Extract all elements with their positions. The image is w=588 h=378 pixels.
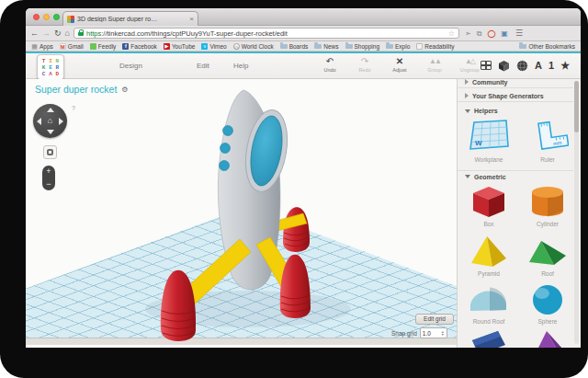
cone-shape-icon [526,329,569,348]
rocket-left-boot[interactable] [161,270,196,341]
bookmark-gmail[interactable]: MGmail [60,43,84,50]
tinkercad-logo[interactable]: TIN KER CAD [37,54,64,80]
scrollbar-thumb[interactable] [574,81,579,132]
menu-help[interactable]: Help [233,62,248,70]
group-icon: ▲▲ [423,56,447,66]
zoom-out-button[interactable]: − [46,180,51,189]
home-view-icon[interactable]: ⌂ [33,116,67,125]
extension-icon-4[interactable]: ▣ [501,29,508,38]
workplane-icon: W [468,118,510,155]
chrome-menu-icon[interactable]: ☰ [515,29,523,38]
shape-item-partial-2[interactable] [524,329,571,348]
shape-item-round-roof[interactable]: Round Roof [465,281,513,325]
design-title[interactable]: Super duper rocket [35,84,117,95]
address-bar[interactable]: https://tinkercad.com/things/cptPUuy9YuT… [74,28,459,39]
box-shape-icon [468,184,510,219]
edit-grid-button[interactable]: Edit grid [415,314,454,325]
home-button[interactable]: ⌂ [65,29,70,38]
sidebar-scrollbar[interactable] [574,81,579,344]
redo-icon: ↷ [353,56,377,66]
facebook-icon: f [122,43,129,50]
ungroup-button[interactable]: ▲△Ungroup [458,56,481,73]
reload-button[interactable]: ↻ [54,29,62,38]
other-bookmarks[interactable]: Other Bookmarks [519,43,575,50]
traffic-lights [33,14,60,20]
zoom-control: + − [42,166,55,190]
zoom-in-button[interactable]: + [46,167,51,176]
ssl-lock-icon [78,32,84,37]
snap-grid-label: Snap grid [391,330,417,337]
bookmark-star-icon[interactable]: ☆ [448,29,455,38]
group-button[interactable]: ▲▲Group [423,56,447,73]
ungroup-icon: ▲△ [458,56,481,66]
folder-icon [345,44,353,50]
section-helpers[interactable]: Helpers [458,105,573,117]
fit-view-button[interactable] [43,145,57,159]
tab-close-icon[interactable]: × [189,16,194,23]
bookmark-vimeo[interactable]: vVimeo [201,43,226,50]
browser-tab[interactable]: 3D design Super duper ro… × [62,11,198,26]
app-body: Super duper rocket ⚙ [26,79,581,348]
svg-text:W: W [475,139,482,147]
wedge-shape-icon [468,329,510,348]
section-your-shape-generators[interactable]: Your Shape Generators [458,90,573,102]
bookmark-folder-boards[interactable]: Boards [280,43,309,50]
rocket-back-boot[interactable] [283,207,310,252]
menu-design[interactable]: Design [119,62,142,70]
rotate-up-icon[interactable] [47,108,54,112]
shape-item-pyramid[interactable]: Pyramid [465,234,513,277]
bookmark-youtube[interactable]: ▶YouTube [164,43,196,50]
bookmark-folder-explo[interactable]: Explo [386,43,410,50]
bookmark-folder-shopping[interactable]: Shopping [345,43,379,50]
undo-button[interactable]: ↶Undo [318,56,342,73]
bookmark-facebook[interactable]: fFacebook [122,43,157,50]
shape-item-ruler[interactable]: mm Ruler [524,118,571,163]
favorites-star-icon[interactable]: ★ [560,59,570,72]
tinkercad-app: TIN KER CAD Design Edit Help ↶Undo ↷Redo… [26,52,581,348]
redo-button[interactable]: ↷Redo [353,56,377,73]
youtube-icon: ▶ [164,43,170,50]
design-settings-gear-icon[interactable]: ⚙ [121,86,128,94]
chevron-down-icon [465,175,470,178]
shape-item-partial-1[interactable] [465,329,513,348]
shape-item-workplane[interactable]: W Workplane [465,118,513,163]
browser-window: 3D design Super duper ro… × ← → ↻ ⌂ http… [26,8,581,348]
browser-toolbar: ← → ↻ ⌂ https://tinkercad.com/things/cpt… [26,26,581,41]
menu-edit[interactable]: Edit [197,62,209,70]
extension-icon-3[interactable]: ◯ [487,29,495,38]
shape-item-box[interactable]: Box [465,184,513,227]
numbers-library-icon[interactable]: 1 [548,59,554,72]
url-rest: ://tinkercad.com/things/cptPUuy9YuT-supe… [101,29,288,38]
snap-grid-select[interactable]: 1.0 ▲▼ [420,327,447,338]
shape-item-roof[interactable]: Roof [524,234,571,277]
panels-icon[interactable] [481,61,492,70]
shape-item-cylinder[interactable]: Cylinder [524,184,571,227]
shape-item-sphere[interactable]: Sphere [524,281,571,325]
bookmark-folder-news[interactable]: News [314,43,338,50]
letters-library-icon[interactable]: A [535,59,542,72]
shape-library-tabs: A 1 ★ [481,57,570,74]
pyramid-shape-icon [468,234,510,269]
adjust-button[interactable]: ✕Adjust [388,56,412,73]
screenshot-stage: 3D design Super duper ro… × ← → ↻ ⌂ http… [0,0,588,378]
sphere-library-icon[interactable] [516,60,528,72]
bookmark-world-clock[interactable]: ◷World Clock [233,43,274,50]
extension-icon-1[interactable]: ➣ [465,29,471,38]
section-geometric[interactable]: Geometric [458,170,573,182]
zoom-window-button[interactable] [53,14,60,20]
close-window-button[interactable] [33,14,40,20]
rotate-down-icon[interactable] [47,130,54,134]
section-community[interactable]: Community [458,79,573,88]
design-viewport[interactable]: Super duper rocket ⚙ [26,79,458,348]
bookmark-apps[interactable]: ▦Apps [31,43,53,50]
back-button[interactable]: ← [30,29,39,38]
extension-icon-2[interactable]: ⧉ [477,29,482,38]
bookmark-feedly[interactable]: Feedly [90,43,117,50]
cube-library-icon[interactable] [498,60,510,72]
forward-button[interactable]: → [42,29,51,38]
view-rotate-pad[interactable]: ⌂ [33,104,67,138]
nav-help-hint[interactable]: ? [72,105,75,111]
rocket-model[interactable] [26,79,458,348]
minimize-window-button[interactable] [43,14,50,20]
bookmark-readability[interactable]: Readability [416,43,454,50]
